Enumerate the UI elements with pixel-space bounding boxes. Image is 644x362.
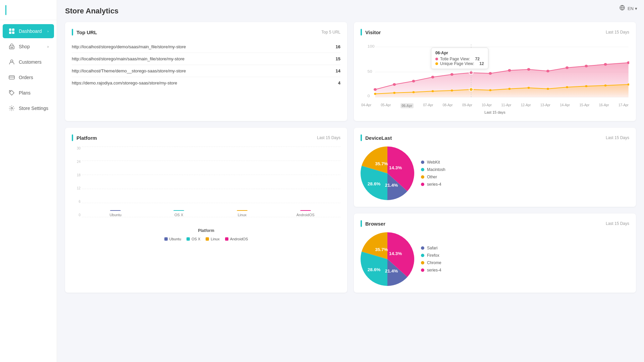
legend-color xyxy=(225,237,228,241)
browser-subtitle: Last 15 Days xyxy=(606,221,629,226)
bar-android-rect xyxy=(300,210,311,211)
visitor-chart-container: 100 50 0 xyxy=(361,41,629,103)
svg-point-22 xyxy=(450,73,453,76)
svg-point-30 xyxy=(604,63,607,66)
sidebar-item-label: Store Settings xyxy=(19,106,48,111)
x-label: 10-Apr xyxy=(482,103,492,108)
legend-label: Firefox xyxy=(427,253,439,258)
x-label: 09-Apr xyxy=(462,103,472,108)
x-label: 14-Apr xyxy=(560,103,570,108)
bar-label: OS X xyxy=(174,213,183,217)
bar-linux: Linux xyxy=(211,210,274,217)
sidebar-item-label: Customers xyxy=(19,59,42,65)
card-accent xyxy=(72,134,73,141)
x-label: 16-Apr xyxy=(599,103,609,108)
svg-rect-4 xyxy=(9,46,14,49)
sidebar-item-label: Orders xyxy=(19,75,33,80)
top-url-subtitle: Top 5 URL xyxy=(321,30,340,35)
x-label: 12-Apr xyxy=(521,103,531,108)
bar-label: Linux xyxy=(238,213,247,217)
legend-dot xyxy=(421,168,424,171)
svg-point-35 xyxy=(432,90,434,92)
bar-ubuntu-rect xyxy=(110,210,121,211)
sidebar-item-plans[interactable]: Plans xyxy=(3,86,54,100)
top-url-card: Top URL Top 5 URL http://localhost/store… xyxy=(65,22,347,121)
svg-text:21.4%: 21.4% xyxy=(385,183,398,188)
browser-card: Browser Last 15 Days 14.3% 21.4% 28.6% 3… xyxy=(354,214,636,293)
device-title-group: DeviceLast xyxy=(361,134,392,141)
svg-point-9 xyxy=(10,92,11,92)
top-url-title: Top URL xyxy=(76,29,97,35)
sidebar-item-store-settings[interactable]: Store Settings xyxy=(3,101,54,115)
card-icon xyxy=(8,74,15,80)
grid-icon xyxy=(8,28,15,34)
legend-android: AndroidOS xyxy=(225,237,248,241)
svg-text:35.7%: 35.7% xyxy=(375,161,388,166)
visitor-x-axis: 04-Apr 05-Apr 06-Apr 07-Apr 08-Apr 09-Ap… xyxy=(361,103,629,108)
legend-safari: Safari xyxy=(421,246,441,250)
shop-icon xyxy=(8,44,15,50)
bar-label: AndroidOS xyxy=(297,213,315,217)
sidebar: Dashboard › Shop › Custome xyxy=(0,0,57,362)
legend-label: AndroidOS xyxy=(230,237,248,241)
svg-text:21.4%: 21.4% xyxy=(385,268,398,274)
sidebar-item-label: Plans xyxy=(19,90,31,96)
svg-text:14.3%: 14.3% xyxy=(389,251,402,256)
legend-dot xyxy=(421,161,424,164)
tag-icon xyxy=(8,90,15,96)
platform-legend: Ubuntu OS X Linux AndroidOS xyxy=(72,237,340,241)
visitor-card: Visitor Last 15 Days xyxy=(354,22,636,121)
url-row: http://localhost/storego/demo/saas/main_… xyxy=(72,41,340,53)
x-label: 15-Apr xyxy=(579,103,589,108)
legend-dot xyxy=(421,246,424,250)
browser-title: Browser xyxy=(365,221,385,227)
x-label: 08-Apr xyxy=(443,103,453,108)
url-count: 16 xyxy=(330,44,340,49)
visitor-header: Visitor Last 15 Days xyxy=(361,29,629,36)
sidebar-item-shop[interactable]: Shop › xyxy=(3,40,54,54)
platform-card: Platform Last 15 Days 30 24 18 12 6 0 xyxy=(65,128,347,293)
svg-point-36 xyxy=(451,89,453,92)
visitor-subtitle: Last 15 Days xyxy=(606,30,629,35)
legend-chrome: Chrome xyxy=(421,260,441,265)
x-label: 06-Apr xyxy=(400,103,414,108)
globe-icon xyxy=(620,5,625,12)
sidebar-item-customers[interactable]: Customers xyxy=(3,55,54,69)
legend-series4: series-4 xyxy=(421,268,441,273)
svg-point-18 xyxy=(374,88,377,91)
svg-text:28.6%: 28.6% xyxy=(368,181,381,186)
browser-legend: Safari Firefox Chrome series-4 xyxy=(421,246,441,273)
chevron-icon: › xyxy=(47,29,49,33)
person-icon xyxy=(8,59,15,65)
svg-point-40 xyxy=(528,87,530,89)
bar-linux-rect xyxy=(237,210,248,211)
legend-osx: OS X xyxy=(186,237,200,241)
svg-point-19 xyxy=(393,83,396,86)
visitor-title-group: Visitor xyxy=(361,29,381,36)
legend-label: series-4 xyxy=(427,182,441,187)
device-header: DeviceLast Last 15 Days xyxy=(361,134,629,141)
svg-rect-3 xyxy=(12,32,14,34)
sidebar-item-dashboard[interactable]: Dashboard › xyxy=(3,24,54,38)
bar-ubuntu: Ubuntu xyxy=(84,210,147,217)
platform-subtitle: Last 15 Days xyxy=(317,135,340,140)
bar-osx: OS X xyxy=(147,210,211,217)
legend-dot xyxy=(421,254,424,257)
sidebar-item-orders[interactable]: Orders xyxy=(3,70,54,84)
card-accent xyxy=(72,29,73,36)
card-accent xyxy=(361,220,362,227)
bar-osx-rect xyxy=(173,210,184,211)
top-url-header: Top URL Top 5 URL xyxy=(72,29,340,36)
browser-title-group: Browser xyxy=(361,220,385,227)
x-label: 04-Apr xyxy=(361,103,371,108)
legend-label: OS X xyxy=(192,237,200,241)
device-pie-chart: 14.3% 21.4% 28.6% 35.7% xyxy=(361,146,414,200)
svg-text:50: 50 xyxy=(368,69,372,74)
lang-selector[interactable]: EN ▾ xyxy=(628,6,637,11)
lang-label: EN xyxy=(628,6,634,11)
url-table: http://localhost/storego/demo/saas/main_… xyxy=(72,41,340,89)
legend-other: Other xyxy=(421,175,445,179)
svg-rect-2 xyxy=(9,32,11,34)
legend-color xyxy=(186,237,190,241)
last15-label: Last 15 days xyxy=(361,110,629,114)
